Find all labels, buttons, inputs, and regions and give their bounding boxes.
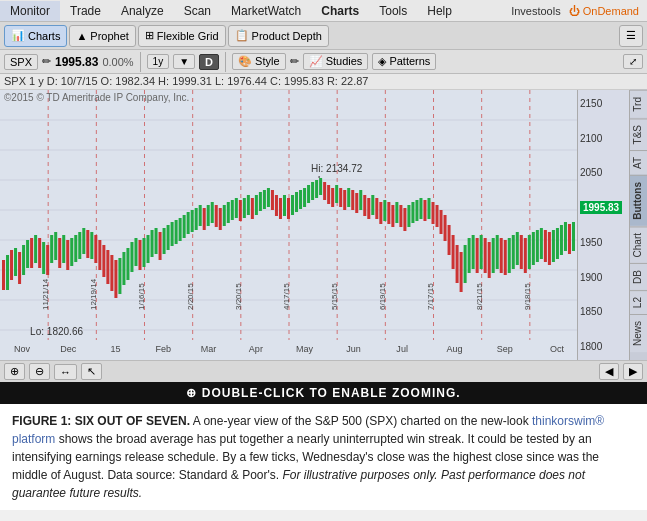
svg-rect-137 <box>472 235 475 269</box>
svg-rect-141 <box>488 242 491 278</box>
menu-analyze[interactable]: Analyze <box>111 1 174 21</box>
style-btn[interactable]: 🎨 Style <box>232 53 286 70</box>
period-1y-btn[interactable]: 1y <box>147 54 170 69</box>
svg-text:Jul: Jul <box>396 344 408 354</box>
period-select[interactable]: ▼ <box>173 54 195 69</box>
svg-rect-80 <box>243 198 246 218</box>
svg-text:6/19/15: 6/19/15 <box>378 283 387 310</box>
caption-link1[interactable]: thinkorswim® <box>532 414 604 428</box>
figure-label: FIGURE 1: SIX OUT OF SEVEN. <box>12 414 190 428</box>
price-display: 1995.83 <box>55 55 98 69</box>
svg-rect-43 <box>94 235 97 263</box>
svg-text:Mar: Mar <box>201 344 217 354</box>
expand-btn[interactable]: ⤢ <box>623 54 643 69</box>
info-bar: SPX 1 y D: 10/7/15 O: 1982.34 H: 1999.31… <box>0 74 647 90</box>
svg-rect-55 <box>142 238 145 267</box>
settings-btn[interactable]: ☰ <box>619 25 643 47</box>
charts-btn[interactable]: 📊 Charts <box>4 25 67 47</box>
menu-marketwatch[interactable]: MarketWatch <box>221 1 311 21</box>
symbol-input[interactable]: SPX <box>4 54 38 70</box>
svg-text:Apr: Apr <box>249 344 263 354</box>
svg-rect-95 <box>303 188 306 207</box>
svg-rect-76 <box>227 202 230 223</box>
svg-rect-110 <box>363 195 366 216</box>
product-depth-btn[interactable]: 📋 Product Depth <box>228 25 329 47</box>
svg-rect-124 <box>419 198 422 219</box>
svg-rect-86 <box>267 188 270 207</box>
svg-rect-132 <box>452 235 455 269</box>
scroll-right-btn[interactable]: ▶ <box>623 363 643 380</box>
menu-right: Investools ⏻ OnDemand <box>511 5 647 17</box>
zoom-fit-btn[interactable]: ↔ <box>54 364 77 380</box>
svg-rect-58 <box>155 228 158 254</box>
current-price-badge: 1995.83 <box>580 201 622 214</box>
patterns-btn[interactable]: ◈ Patterns <box>372 53 436 70</box>
svg-rect-66 <box>187 212 190 234</box>
svg-rect-59 <box>159 232 162 260</box>
zoom-in-btn[interactable]: ⊕ <box>4 363 25 380</box>
svg-rect-147 <box>512 235 515 269</box>
symbol-label: SPX <box>10 56 32 68</box>
tab-buttons[interactable]: Buttons <box>630 175 647 226</box>
svg-rect-36 <box>66 240 69 270</box>
svg-rect-68 <box>195 208 198 230</box>
svg-rect-142 <box>492 238 495 273</box>
studies-btn[interactable]: 📈 Studies <box>303 53 369 70</box>
svg-rect-87 <box>271 190 274 210</box>
svg-text:5/15/15: 5/15/15 <box>330 283 339 310</box>
svg-rect-20 <box>2 260 5 290</box>
caption-link2[interactable]: platform <box>12 432 55 446</box>
zoom-bar-text: ⊕ DOUBLE-CLICK TO ENABLE ZOOMING. <box>186 386 460 400</box>
svg-rect-46 <box>106 250 109 284</box>
menu-tools[interactable]: Tools <box>369 1 417 21</box>
tab-trd[interactable]: Trd <box>630 90 647 118</box>
svg-rect-115 <box>383 200 386 221</box>
chart-main[interactable]: ©2015 © TD Ameritrade IP Company, Inc. <box>0 90 577 360</box>
svg-rect-161 <box>568 224 571 254</box>
flexible-grid-btn[interactable]: ⊞ Flexible Grid <box>138 25 226 47</box>
menu-trade[interactable]: Trade <box>60 1 111 21</box>
menu-charts[interactable]: Charts <box>311 1 369 21</box>
zoom-bar[interactable]: ⊕ DOUBLE-CLICK TO ENABLE ZOOMING. <box>0 382 647 404</box>
period-d-btn[interactable]: D <box>199 54 219 70</box>
tab-news[interactable]: News <box>630 314 647 352</box>
svg-rect-101 <box>327 185 330 204</box>
svg-rect-106 <box>347 188 350 207</box>
chart-svg: Hi: 2134.72 Lo: 1820.66 Nov Dec 15 Feb M… <box>0 90 577 360</box>
prophet-btn[interactable]: ▲ Prophet <box>69 25 135 47</box>
svg-rect-133 <box>456 245 459 283</box>
menu-ondemand[interactable]: ⏻ OnDemand <box>569 5 639 17</box>
menu-investools[interactable]: Investools <box>511 5 561 17</box>
svg-rect-122 <box>411 202 414 223</box>
price-1900: 1900 <box>580 272 627 283</box>
svg-rect-112 <box>371 195 374 215</box>
tab-chart[interactable]: Chart <box>630 226 647 263</box>
svg-rect-34 <box>58 238 61 268</box>
menu-scan[interactable]: Scan <box>174 1 221 21</box>
zoom-out-btn[interactable]: ⊖ <box>29 363 50 380</box>
menu-help[interactable]: Help <box>417 1 462 21</box>
svg-rect-21 <box>6 255 9 290</box>
menu-monitor[interactable]: Monitor <box>0 1 60 21</box>
svg-rect-162 <box>572 222 575 251</box>
svg-rect-79 <box>239 200 242 221</box>
studies-icon: 📈 <box>309 55 323 67</box>
svg-rect-56 <box>147 235 150 263</box>
svg-rect-48 <box>114 260 117 298</box>
svg-rect-126 <box>427 198 430 219</box>
tab-ts[interactable]: T&S <box>630 118 647 150</box>
tab-l2[interactable]: L2 <box>630 290 647 314</box>
svg-rect-32 <box>50 235 53 263</box>
svg-rect-75 <box>223 205 226 226</box>
svg-rect-98 <box>315 180 318 198</box>
svg-rect-73 <box>215 205 218 227</box>
copyright-text: ©2015 © TD Ameritrade IP Company, Inc. <box>4 92 189 103</box>
price-axis: 2150 2100 2050 1995.83 1950 1900 1850 18… <box>577 90 629 360</box>
svg-rect-92 <box>291 195 294 215</box>
toolbar1: 📊 Charts ▲ Prophet ⊞ Flexible Grid 📋 Pro… <box>0 22 647 50</box>
cursor-btn[interactable]: ↖ <box>81 363 102 380</box>
scroll-left-btn[interactable]: ◀ <box>599 363 619 380</box>
tab-at[interactable]: AT <box>630 150 647 175</box>
svg-rect-29 <box>38 238 41 268</box>
tab-db[interactable]: DB <box>630 263 647 290</box>
